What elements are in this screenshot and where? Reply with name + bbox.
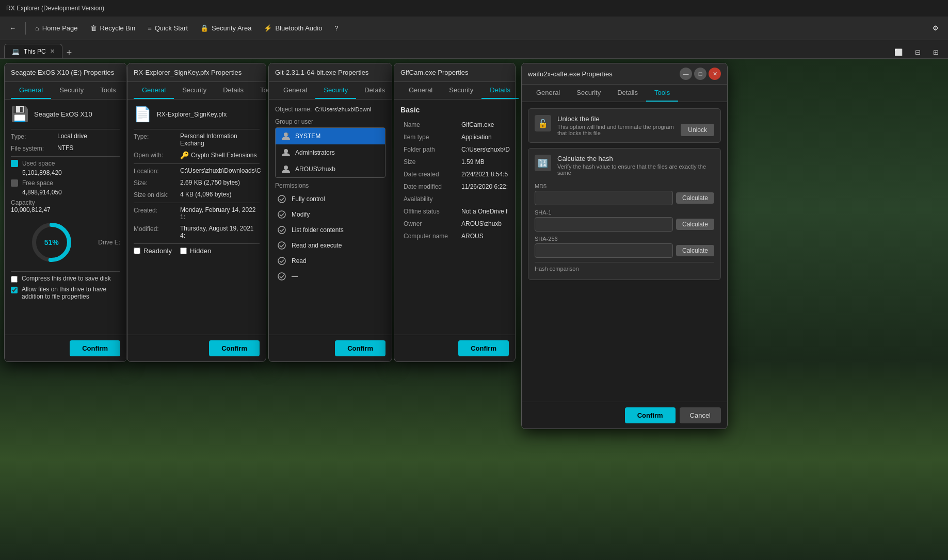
unlock-desc: This option will find and terminate the … <box>557 124 674 136</box>
size-on-disk2-label: Size on disk: <box>134 191 180 199</box>
dialog5-tab-details[interactable]: Details <box>609 85 646 102</box>
permissions-list: Fully control Modify List folder content… <box>275 191 385 284</box>
details-label: Item type <box>401 131 458 143</box>
settings-icon: ⚙ <box>933 24 939 32</box>
unlock-button[interactable]: Unlock <box>681 124 714 136</box>
dialog1-tab-general[interactable]: General <box>11 82 51 99</box>
checkbox1-label: Compress this drive to save disk <box>22 275 111 282</box>
user-administrators[interactable]: Administrators <box>276 144 385 161</box>
dialog4-tab-security[interactable]: Security <box>441 82 481 99</box>
close-button[interactable]: ✕ <box>709 68 721 80</box>
fs-value: NTFS <box>57 144 120 152</box>
unlock-card-header: 🔓 Unlock the file This option will find … <box>535 115 714 136</box>
divider2-4 <box>134 243 260 244</box>
details-label: Folder path <box>401 144 458 155</box>
readonly-checkbox[interactable] <box>134 248 140 254</box>
dialog1-confirm-button[interactable]: Confirm <box>70 340 120 356</box>
user-system[interactable]: SYSTEM <box>276 128 385 144</box>
perm-modify-label: Modify <box>292 211 310 218</box>
perm-extra-icon <box>277 272 286 281</box>
dialog5-cancel-button[interactable]: Cancel <box>680 407 721 423</box>
sha1-calc-button[interactable]: Calculate <box>676 219 714 230</box>
dialog5-tab-security[interactable]: Security <box>568 85 609 102</box>
unlock-icon: 🔓 <box>535 115 551 131</box>
type-row: Type: Local drive <box>11 133 120 140</box>
dialog2-tab-general[interactable]: General <box>134 82 174 99</box>
dialog4-confirm-button[interactable]: Confirm <box>458 340 509 356</box>
main-area: Seagate ExOS X10 (E:) Properties General… <box>0 59 948 560</box>
dialog3-tab-general[interactable]: General <box>275 82 315 99</box>
dialog5-tab-general[interactable]: General <box>528 85 568 102</box>
dialog3-tab-details[interactable]: Details <box>356 82 393 99</box>
dialog2-tab-details[interactable]: Details <box>215 82 252 99</box>
perm-list-icon <box>277 225 286 235</box>
details-value: AROUS\zhuxb <box>459 218 512 229</box>
details-label: Availability <box>401 193 458 205</box>
created2-value: Monday, February 14, 2022 1: <box>180 206 260 221</box>
dialog2-title: RX-Explorer_SignKey.pfx Properties <box>134 69 260 76</box>
settings-button[interactable]: ⚙ <box>927 22 944 34</box>
openwith-icon: 🔑 <box>180 151 189 159</box>
hash-info: Calculate the hash Verify the hash value… <box>557 155 714 176</box>
sha1-input[interactable] <box>535 217 673 232</box>
sha256-input[interactable] <box>535 243 673 258</box>
filesystem-row: File system: NTFS <box>11 144 120 152</box>
dialog2-tab-security[interactable]: Security <box>174 82 215 99</box>
svg-point-2 <box>284 133 288 137</box>
minimize-button[interactable]: — <box>680 68 692 80</box>
type2-label: Type: <box>134 133 180 140</box>
back-button[interactable]: ← <box>4 22 21 34</box>
quickstart-button[interactable]: ≡ Quick Start <box>142 22 193 34</box>
dialog5-tab-tools[interactable]: Tools <box>646 85 678 102</box>
security-button[interactable]: 🔒 Security Area <box>195 22 256 34</box>
home-button[interactable]: ⌂ Home Page <box>30 22 83 34</box>
dialog1-tab-security[interactable]: Security <box>51 82 92 99</box>
view-toggle-2[interactable]: ⊟ <box>910 46 926 58</box>
dialog5-titlebar: waifu2x-caffe.exe Properties — □ ✕ <box>522 63 727 85</box>
hidden-checkbox[interactable] <box>180 248 187 254</box>
dialog1-footer: Confirm <box>5 335 126 361</box>
md5-calc-button[interactable]: Calculate <box>676 192 714 204</box>
checkbox1[interactable] <box>11 276 18 283</box>
checkbox2[interactable] <box>11 287 18 293</box>
dialog5-title: waifu2x-caffe.exe Properties <box>528 70 680 78</box>
dialog4-tabs: General Security Details <box>394 82 515 100</box>
view-toggle-1[interactable]: ⬜ <box>889 46 908 58</box>
svg-point-9 <box>278 257 285 265</box>
bluetooth-label: Bluetooth Audio <box>275 24 322 32</box>
user-zhuxb[interactable]: AROUS\zhuxb <box>276 161 385 177</box>
tab-close-icon[interactable]: ✕ <box>50 48 55 55</box>
details-row: OwnerAROUS\zhuxb <box>401 218 512 229</box>
used-value: 5,101,898,420 <box>22 169 120 176</box>
maximize-button[interactable]: □ <box>694 68 706 80</box>
svg-point-10 <box>278 273 285 280</box>
dialog4-tab-details[interactable]: Details <box>481 82 519 99</box>
view-toggle-3[interactable]: ⊞ <box>928 46 944 58</box>
dialog3-tabs: General Security Details Too <box>269 82 392 100</box>
hash-divider <box>535 262 714 262</box>
user-list: SYSTEM Administrators <box>275 127 385 178</box>
title-bar: RX Explorer (Development Version) <box>0 0 948 17</box>
dialog3-tab-security[interactable]: Security <box>315 82 356 99</box>
help-button[interactable]: ? <box>329 22 343 34</box>
tab-bar: 💻 This PC ✕ + ⬜ ⊟ ⊞ <box>0 40 948 59</box>
perm-re-icon <box>277 241 286 250</box>
unlock-tool-card: 🔓 Unlock the file This option will find … <box>528 108 721 143</box>
dialog2-confirm-button[interactable]: Confirm <box>209 340 260 356</box>
recycle-button[interactable]: 🗑 Recycle Bin <box>85 22 141 34</box>
security-icon: 🔒 <box>200 24 208 32</box>
sha256-calc-button[interactable]: Calculate <box>676 245 714 256</box>
new-tab-button[interactable]: + <box>62 47 76 58</box>
dialog1-tab-tools[interactable]: Tools <box>92 82 124 99</box>
hash-icon: 🔢 <box>535 155 551 171</box>
modified2-label: Modified: <box>134 225 180 233</box>
dialog5-confirm-button[interactable]: Confirm <box>625 407 676 423</box>
md5-input[interactable] <box>535 191 673 205</box>
bluetooth-button[interactable]: ⚡ Bluetooth Audio <box>259 22 327 34</box>
divider2-2 <box>134 163 260 164</box>
dialog3-confirm-button[interactable]: Confirm <box>335 340 385 356</box>
dialog4-tab-general[interactable]: General <box>400 82 441 99</box>
checkbox2-row: Allow files on this drive to have additi… <box>11 286 120 300</box>
tab-this-pc[interactable]: 💻 This PC ✕ <box>4 44 62 58</box>
dialog-git: Git-2.31.1-64-bit.exe Properties General… <box>268 63 392 362</box>
